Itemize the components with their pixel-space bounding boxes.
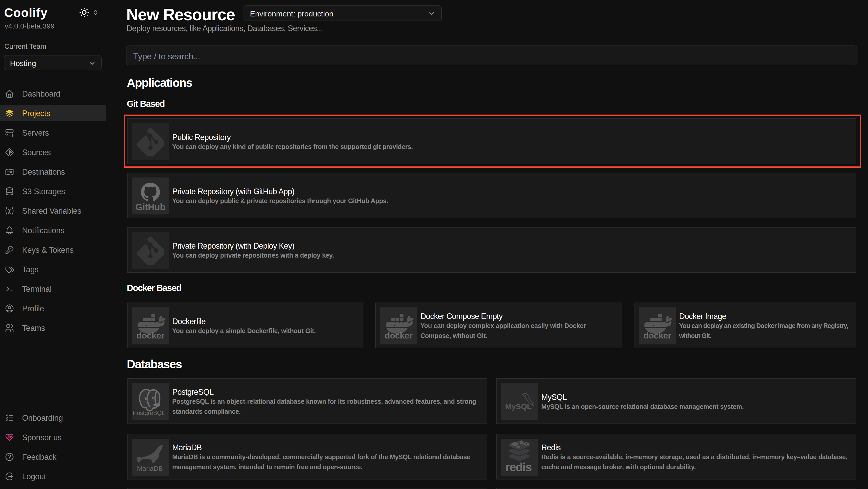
svg-text:MariaDB: MariaDB (137, 465, 163, 472)
svg-text:docker: docker (136, 330, 164, 340)
svg-text:docker: docker (644, 330, 672, 340)
svg-text:docker: docker (385, 330, 413, 340)
svg-text:MySQL: MySQL (505, 402, 531, 411)
svg-text:GitHub: GitHub (135, 202, 165, 212)
svg-text:PostgreSQL: PostgreSQL (133, 410, 165, 416)
svg-text:redis: redis (505, 460, 531, 474)
